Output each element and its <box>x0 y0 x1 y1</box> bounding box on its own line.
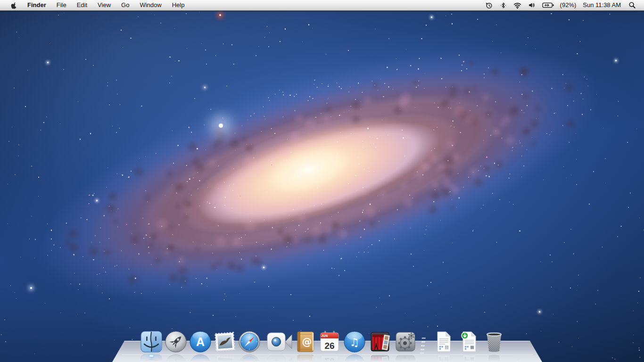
apple-menu-icon[interactable] <box>6 0 22 10</box>
dock-document-download-reflection <box>458 354 480 362</box>
menu-window[interactable]: Window <box>134 0 166 10</box>
dock-contacts-reflection: @ <box>294 354 317 362</box>
svg-text:A: A <box>196 358 205 362</box>
dock-contacts[interactable]: @ <box>294 330 317 353</box>
dock-finder[interactable] <box>140 330 163 353</box>
dock-itunes[interactable]: ♫ <box>343 330 366 353</box>
dock-itunes-reflection: ♫ <box>343 354 366 362</box>
battery-percent: (92%) <box>558 0 579 10</box>
menu-edit[interactable]: Edit <box>72 0 92 10</box>
spotlight-icon[interactable] <box>625 0 639 10</box>
wallpaper-andromeda <box>0 0 644 362</box>
dock-safari-reflection <box>238 354 261 362</box>
dock-facetime[interactable] <box>266 330 293 353</box>
svg-text:♫: ♫ <box>350 359 360 362</box>
dock-safari[interactable] <box>238 330 261 353</box>
svg-text:@: @ <box>302 336 312 347</box>
dock-document-download[interactable] <box>458 330 480 353</box>
menu-bar: Finder FileEditViewGoWindowHelp (92%) Su… <box>0 0 644 11</box>
volume-icon[interactable] <box>525 0 539 10</box>
wifi-icon[interactable] <box>510 0 525 10</box>
dock-mail-reflection <box>214 354 236 362</box>
dock-sysprefs-reflection <box>394 354 417 362</box>
menu-finder[interactable]: Finder <box>22 0 51 10</box>
svg-text:26: 26 <box>324 356 334 362</box>
svg-text:26: 26 <box>324 341 334 351</box>
dock-mail[interactable] <box>214 330 236 353</box>
finder-running-indicator <box>149 355 153 357</box>
time-machine-icon[interactable] <box>482 0 496 10</box>
desktop: Finder FileEditViewGoWindowHelp (92%) Su… <box>0 0 644 362</box>
dock-photobooth[interactable] <box>369 330 391 353</box>
dock-document[interactable] <box>432 330 455 353</box>
menu-clock[interactable]: Sun 11:38 AM <box>578 0 625 10</box>
dock-launchpad-reflection <box>165 354 187 362</box>
dock-facetime-reflection <box>266 354 293 362</box>
dock-sysprefs[interactable] <box>394 330 417 353</box>
dock-ical-reflection: JUN 26 <box>318 354 341 362</box>
menu-view[interactable]: View <box>92 0 116 10</box>
dock-launchpad[interactable] <box>165 330 187 353</box>
dock-trash[interactable] <box>483 330 505 353</box>
menu-help[interactable]: Help <box>167 0 190 10</box>
dock-document-reflection <box>432 354 455 362</box>
menu-go[interactable]: Go <box>116 0 134 10</box>
battery-icon[interactable] <box>539 0 558 10</box>
bluetooth-icon[interactable] <box>496 0 510 10</box>
dock-ical[interactable]: JUN 26 <box>318 330 341 353</box>
dock-appstore-reflection: A <box>189 354 212 362</box>
dock-photobooth-reflection <box>369 354 391 362</box>
vignette <box>0 0 644 362</box>
dock-trash-reflection <box>483 354 505 362</box>
dock-appstore[interactable]: A <box>189 330 212 353</box>
menu-file[interactable]: File <box>51 0 72 10</box>
svg-text:@: @ <box>302 359 312 362</box>
svg-text:JUN: JUN <box>321 334 328 337</box>
dock-reflections: A @ JUN 26 ♫ <box>0 354 644 362</box>
